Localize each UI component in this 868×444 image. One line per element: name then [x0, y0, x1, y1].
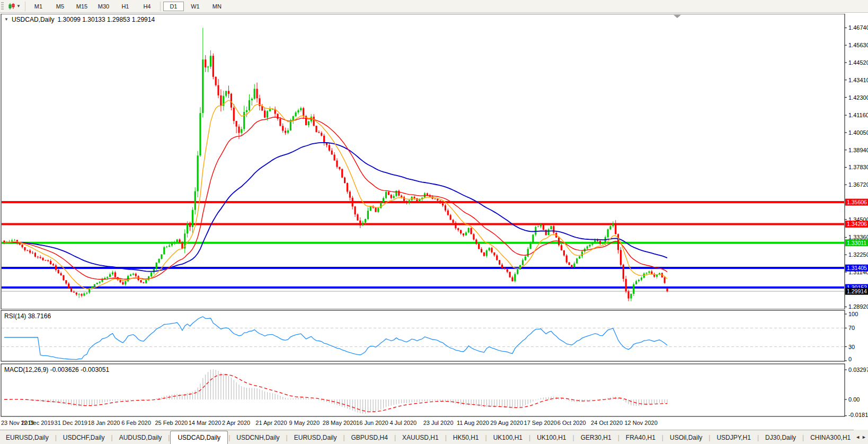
- chart-type-button[interactable]: ▼: [6, 2, 23, 11]
- tab-xauusd-h1[interactable]: XAUUSD,H1: [396, 432, 445, 443]
- candle-body: [150, 272, 152, 276]
- candle-body: [194, 191, 196, 210]
- candle-body: [620, 250, 622, 265]
- price-tick-label: 1.46740: [848, 24, 868, 31]
- timeframe-button-m15[interactable]: M15: [72, 2, 92, 11]
- candle-body: [112, 272, 113, 274]
- candle-body: [52, 264, 54, 265]
- candle-body: [47, 260, 49, 261]
- tab-uk100-h1[interactable]: UK100,H1: [531, 432, 572, 443]
- tab-eurusd-daily[interactable]: EURUSD,Daily: [0, 432, 55, 443]
- candle-body: [553, 226, 554, 233]
- candle-body: [68, 283, 69, 288]
- tab-bar: EURUSD,Daily|USDCHF,Daily|AUDUSD,Daily|U…: [0, 430, 868, 444]
- price-tick-label: 1.32250: [848, 251, 868, 258]
- tab-usdchf-daily[interactable]: USDCHF,Daily: [57, 432, 111, 443]
- timeframe-button-m1[interactable]: M1: [28, 2, 49, 11]
- tab-usdcnh-daily[interactable]: USDCNH,Daily: [231, 432, 285, 443]
- candle-body: [664, 277, 666, 283]
- timeframe-button-m30[interactable]: M30: [93, 2, 114, 11]
- candle-body: [499, 260, 500, 265]
- candle-body: [365, 219, 366, 223]
- candle-body: [171, 243, 173, 245]
- tab-scroll-left-icon[interactable]: ◄: [855, 434, 860, 440]
- candle-body: [179, 239, 180, 242]
- timeframe-button-mn[interactable]: MN: [207, 2, 227, 11]
- price-tick-label: 1.38940: [848, 147, 868, 153]
- candle-body: [174, 242, 175, 243]
- candle-body: [140, 280, 141, 282]
- candle-body: [318, 132, 320, 133]
- candle-body: [290, 121, 291, 130]
- price-tag-label: 1.34206: [847, 221, 867, 227]
- candle-body: [486, 250, 488, 256]
- candle-body: [473, 234, 474, 239]
- candle-body: [308, 121, 309, 125]
- candle-body: [78, 294, 80, 294]
- tab-usoil-daily[interactable]: USOil,Daily: [664, 432, 708, 443]
- candle-body: [525, 257, 526, 260]
- candle-body: [522, 260, 524, 265]
- toolbar-separator: [25, 2, 25, 11]
- main-chart-canvas[interactable]: 1.467401.456301.445201.434101.423001.411…: [0, 14, 868, 309]
- candle-body: [563, 250, 565, 256]
- tab-uk100-h1[interactable]: UK100,H1: [488, 432, 528, 443]
- candle-body: [362, 223, 364, 225]
- timeframe-button-h1[interactable]: H1: [115, 2, 136, 11]
- chart-title: ▼ USDCAD,Daily 1.30099 1.30133 1.29853 1…: [4, 16, 155, 23]
- candle-body: [26, 250, 28, 251]
- candle-body: [246, 110, 247, 112]
- candle-body: [501, 265, 503, 268]
- tab-audusd-daily[interactable]: AUDUSD,Daily: [113, 432, 168, 443]
- candle-body: [427, 193, 428, 195]
- rsi-panel-border: [1, 310, 845, 361]
- candle-body: [475, 240, 477, 244]
- symbol-dropdown-icon[interactable]: ▼: [4, 18, 8, 22]
- tab-ger30-h1[interactable]: GER30,H1: [575, 432, 617, 443]
- timeframe-button-m5[interactable]: M5: [50, 2, 70, 11]
- tab-china300-h1[interactable]: CHINA300,H1: [804, 432, 856, 443]
- macd-tick-label: 0.032972: [848, 367, 868, 373]
- price-tag-label: 1.29914: [847, 288, 867, 294]
- candle-body: [409, 200, 410, 203]
- candle-body: [251, 99, 253, 100]
- candle-body: [207, 67, 209, 67]
- candle-body: [529, 243, 531, 249]
- candle-body: [623, 265, 624, 279]
- candle-body: [277, 114, 278, 119]
- tab-dj30-daily[interactable]: DJ30,Daily: [759, 432, 802, 443]
- candle-body: [238, 127, 240, 133]
- candle-body: [236, 121, 237, 127]
- candle-body: [509, 272, 511, 277]
- macd-panel-canvas[interactable]: 0.0329720.00-0.018154: [0, 363, 868, 417]
- tab-gbpusd-h4[interactable]: GBPUSD,H4: [346, 432, 394, 443]
- candle-body: [50, 261, 51, 264]
- candle-body: [189, 223, 191, 227]
- price-tag-label: 1.31405: [847, 265, 867, 271]
- candle-body: [434, 199, 436, 199]
- chart-type-dropdown-icon[interactable]: ▼: [16, 4, 21, 8]
- tab-eurusd-daily[interactable]: EURUSD,Daily: [288, 432, 343, 443]
- tab-hk50-h1[interactable]: HK50,H1: [447, 432, 485, 443]
- tab-scroll-right-icon[interactable]: ►: [862, 434, 866, 440]
- candle-body: [375, 207, 376, 212]
- candle-body: [347, 183, 348, 191]
- tab-usdcad-daily[interactable]: USDCAD,Daily: [170, 431, 228, 444]
- rsi-panel-canvas[interactable]: 10070300: [0, 310, 868, 363]
- macd-panel-border: [1, 364, 845, 416]
- timeframe-button-h4[interactable]: H4: [137, 2, 157, 11]
- candle-body: [264, 110, 265, 117]
- rsi-indicator-label: RSI(14) 38.7166: [4, 312, 51, 320]
- price-tick-label: 1.28920: [848, 303, 868, 309]
- timeframe-button-d1[interactable]: D1: [163, 2, 184, 11]
- date-label: 25 Feb 2020: [155, 420, 188, 426]
- toolbar-grip-handle[interactable]: [1, 2, 4, 11]
- candle-body: [359, 221, 361, 225]
- timeframe-button-w1[interactable]: W1: [185, 2, 206, 11]
- candle-body: [225, 91, 227, 95]
- candle-body: [468, 228, 470, 232]
- candle-body: [605, 237, 606, 243]
- tab-fra40-h1[interactable]: FRA40,H1: [620, 432, 661, 443]
- candle-body: [594, 240, 596, 242]
- tab-usdjpy-h1[interactable]: USDJPY,H1: [711, 432, 756, 443]
